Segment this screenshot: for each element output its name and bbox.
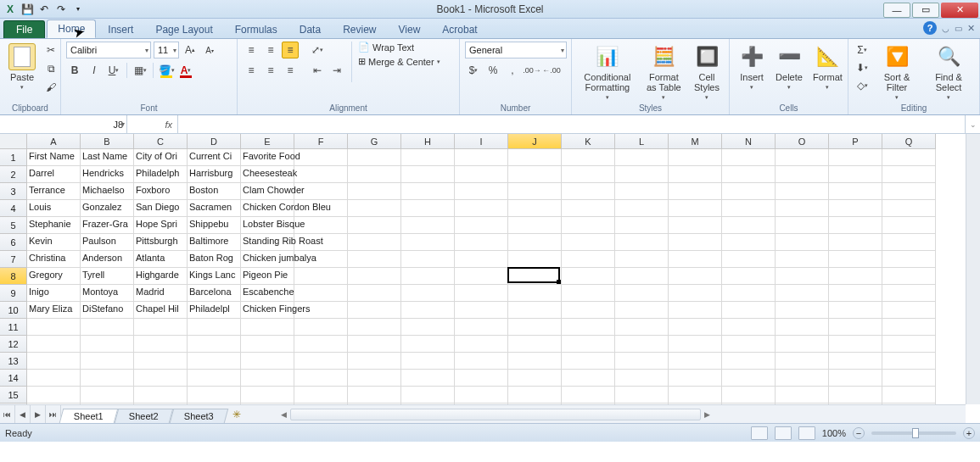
cell-P14[interactable] xyxy=(829,370,882,387)
cell-L10[interactable] xyxy=(615,302,669,319)
cell-M4[interactable] xyxy=(669,200,722,217)
format-painter-icon[interactable]: 🖌 xyxy=(42,79,59,96)
cell-E3[interactable]: Clam Chowder xyxy=(241,183,294,200)
align-middle-icon[interactable]: ≡ xyxy=(262,42,279,58)
cell-H4[interactable] xyxy=(401,200,455,217)
row-header-15[interactable]: 15 xyxy=(0,387,27,404)
cell-M15[interactable] xyxy=(669,387,722,404)
cell-E4[interactable]: Chicken Cordon Bleu xyxy=(241,200,294,217)
cell-H15[interactable] xyxy=(401,387,455,404)
cell-H14[interactable] xyxy=(401,370,455,387)
cell-B2[interactable]: Hendricks xyxy=(81,166,134,183)
cell-J3[interactable] xyxy=(508,183,562,200)
cell-D12[interactable] xyxy=(188,336,241,353)
cell-J12[interactable] xyxy=(508,336,562,353)
cell-E9[interactable]: Escabenche xyxy=(241,285,294,302)
cell-J13[interactable] xyxy=(508,353,562,370)
orientation-icon[interactable]: ⤢▾ xyxy=(309,42,326,58)
zoom-slider[interactable] xyxy=(871,431,956,435)
cell-K2[interactable] xyxy=(562,166,615,183)
expand-formula-bar-icon[interactable]: ⌄ xyxy=(965,115,980,133)
help-icon[interactable]: ? xyxy=(923,21,937,35)
cell-E14[interactable] xyxy=(241,370,294,387)
cell-A7[interactable]: Christina xyxy=(27,251,81,268)
cell-G12[interactable] xyxy=(348,336,401,353)
cell-F2[interactable] xyxy=(294,166,348,183)
cell-O11[interactable] xyxy=(776,319,829,336)
cut-icon[interactable]: ✂ xyxy=(42,42,59,58)
cell-D8[interactable]: Kings Lanc xyxy=(188,268,241,285)
cell-B9[interactable]: Montoya xyxy=(81,285,134,302)
cell-N5[interactable] xyxy=(722,217,776,234)
cell-N12[interactable] xyxy=(722,336,776,353)
cell-D9[interactable]: Barcelona xyxy=(188,285,241,302)
col-header-M[interactable]: M xyxy=(669,134,722,149)
cell-A12[interactable] xyxy=(27,336,81,353)
cell-F9[interactable] xyxy=(294,285,348,302)
cell-P9[interactable] xyxy=(829,285,882,302)
cell-C8[interactable]: Highgarde xyxy=(134,268,188,285)
cell-E6[interactable]: Standing Rib Roast xyxy=(241,234,294,251)
col-header-G[interactable]: G xyxy=(348,134,401,149)
cell-Q1[interactable] xyxy=(882,149,936,166)
cell-J4[interactable] xyxy=(508,200,562,217)
cell-F8[interactable] xyxy=(294,268,348,285)
cell-C13[interactable] xyxy=(134,353,188,370)
cell-C11[interactable] xyxy=(134,319,188,336)
cell-P1[interactable] xyxy=(829,149,882,166)
horizontal-scrollbar[interactable]: ◀▶ xyxy=(247,405,966,423)
col-header-J[interactable]: J xyxy=(508,134,562,149)
cell-Q9[interactable] xyxy=(882,285,936,302)
cell-B10[interactable]: DiStefano xyxy=(81,302,134,319)
cell-D13[interactable] xyxy=(188,353,241,370)
cell-C14[interactable] xyxy=(134,370,188,387)
cell-G11[interactable] xyxy=(348,319,401,336)
col-header-A[interactable]: A xyxy=(27,134,81,149)
sheet-nav-prev[interactable]: ◀ xyxy=(15,405,31,423)
cell-J14[interactable] xyxy=(508,370,562,387)
redo-icon[interactable]: ↷ xyxy=(54,3,68,16)
cell-D1[interactable]: Current Ci xyxy=(188,149,241,166)
cell-G7[interactable] xyxy=(348,251,401,268)
cell-K1[interactable] xyxy=(562,149,615,166)
cell-I1[interactable] xyxy=(455,149,508,166)
col-header-I[interactable]: I xyxy=(455,134,508,149)
cell-J1[interactable] xyxy=(508,149,562,166)
cell-J15[interactable] xyxy=(508,387,562,404)
cell-E11[interactable] xyxy=(241,319,294,336)
tab-insert[interactable]: Insert xyxy=(98,21,143,38)
cell-M5[interactable] xyxy=(669,217,722,234)
cell-M3[interactable] xyxy=(669,183,722,200)
cell-A1[interactable]: First Name xyxy=(27,149,81,166)
minimize-ribbon-icon[interactable]: ◡ xyxy=(942,24,949,33)
cell-P15[interactable] xyxy=(829,387,882,404)
cell-A15[interactable] xyxy=(27,387,81,404)
sheet-nav-first[interactable]: ⏮ xyxy=(0,405,15,423)
cell-B12[interactable] xyxy=(81,336,134,353)
merge-center-button[interactable]: ⊞Merge & Center ▾ xyxy=(358,56,440,67)
font-name-select[interactable]: Calibri▾ xyxy=(66,42,151,58)
cell-L4[interactable] xyxy=(615,200,669,217)
cell-I15[interactable] xyxy=(455,387,508,404)
cell-C12[interactable] xyxy=(134,336,188,353)
cell-A3[interactable]: Terrance xyxy=(27,183,81,200)
cell-N2[interactable] xyxy=(722,166,776,183)
cell-H9[interactable] xyxy=(401,285,455,302)
cell-B1[interactable]: Last Name xyxy=(81,149,134,166)
cell-A14[interactable] xyxy=(27,370,81,387)
clear-icon[interactable]: ◇▾ xyxy=(854,77,871,94)
cell-A8[interactable]: Gregory xyxy=(27,268,81,285)
cell-Q15[interactable] xyxy=(882,387,936,404)
close-workbook-icon[interactable]: ✕ xyxy=(967,23,975,34)
cell-I13[interactable] xyxy=(455,353,508,370)
cell-L7[interactable] xyxy=(615,251,669,268)
cell-L15[interactable] xyxy=(615,387,669,404)
cell-B8[interactable]: Tyrell xyxy=(81,268,134,285)
cell-B3[interactable]: Michaelso xyxy=(81,183,134,200)
cell-N14[interactable] xyxy=(722,370,776,387)
cell-K3[interactable] xyxy=(562,183,615,200)
cell-I14[interactable] xyxy=(455,370,508,387)
cell-P13[interactable] xyxy=(829,353,882,370)
cell-G5[interactable] xyxy=(348,217,401,234)
cell-I8[interactable] xyxy=(455,268,508,285)
